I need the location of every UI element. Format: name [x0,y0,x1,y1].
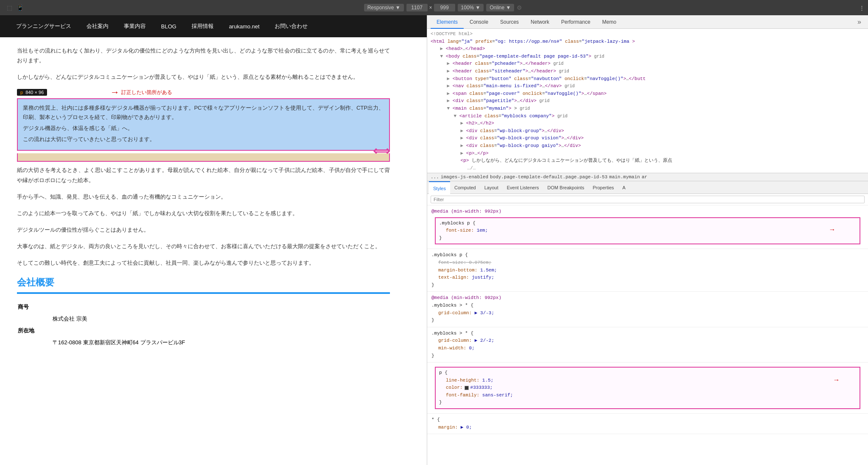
html-line-doctype: <!DOCTYPE html> [431,30,865,38]
style-block-media1: @media (min-width: 992px) .myblocks p { … [427,205,868,249]
devtools-bottom-tabs: Styles Computed Layout Event Listeners D… [427,181,868,194]
html-line-html[interactable]: <html lang="ja" prefix="og: https://ogp.… [431,38,865,46]
breadcrumb-ar[interactable]: ar [642,174,647,180]
html-line-wpgroup1[interactable]: ▶ <div class="wp-block-group">…</div> [431,127,865,135]
zoom-dropdown[interactable]: 100% ▼ [458,4,484,11]
more-icon[interactable]: ⋮ [859,5,865,11]
html-line-p-text[interactable]: <p> しかしながら、どんなにデジタルコミュニケーションが普及しても、やはり「紙… [431,157,865,165]
tab-performance[interactable]: Performance [555,15,596,29]
html-line-main[interactable]: ▼ <main class="mymain"> > grid [431,105,865,113]
tab-layout[interactable]: Layout [480,181,503,194]
paragraph-6: デジタルツールの優位性が揺らぐことはありません。 [17,225,390,235]
main-area: プランニングサービス 会社案内 事業内容 BLOG 採用情報 arukamo.n… [0,15,868,465]
width-input[interactable] [406,4,428,11]
toolbar-left-icons: ⬚ 📱 [3,4,27,11]
filter-input[interactable] [431,196,865,203]
height-input[interactable] [434,4,455,11]
style-block-media2: @media (min-width: 992px) .myblocks > * … [427,292,868,327]
bidir-arrow: ⟺ [373,144,390,158]
settings-icon[interactable]: ⚙ [517,4,522,11]
filter-bar [427,194,868,205]
nav-item-recruitment[interactable]: 採用情報 [184,22,221,30]
tab-accessibility[interactable]: A [618,181,630,194]
tab-properties[interactable]: Properties [588,181,618,194]
tab-memory[interactable]: Memo [596,15,622,29]
tab-sources[interactable]: Sources [494,15,525,29]
html-tree: <!DOCTYPE html> <html lang="ja" prefix="… [427,29,868,173]
paragraph-8: そしてこの難しい時代を、創意工夫によって社会に貢献し、社員一同、楽しみながら進ん… [17,258,390,268]
element-tag-label: p [20,90,23,95]
selected-block-bottom [17,153,390,162]
html-line-p1[interactable]: ▶ <p>…</p> [431,150,865,158]
nav-item-contact[interactable]: お問い合わせ [267,22,315,30]
nav-item-arukamo[interactable]: arukamo.net [221,23,267,30]
element-tooltip-container: p 840 × 96 → 訂正したい箇所がある [17,89,390,96]
nav-item-company[interactable]: 会社案内 [79,22,116,30]
tab-event-listeners[interactable]: Event Listeners [503,181,543,194]
html-line-head[interactable]: ▶ <head>…</head> [431,45,865,53]
site-nav: プランニングサービス 会社案内 事業内容 BLOG 採用情報 arukamo.n… [0,15,427,37]
breadcrumb-body[interactable]: body.page-template-default.page.page-id-… [490,174,607,180]
label-company-name: 商号 [18,302,52,313]
devtools-panel: Elements Console Sources Network Perform… [427,15,868,465]
selected-para-text2: デジタル機器から、体温を感じる「紙」へ。 [23,124,384,133]
tab-elements[interactable]: Elements [431,15,464,29]
inspect-icon[interactable]: ⬚ [7,4,12,11]
device-toggle-icon[interactable]: 📱 [17,4,24,11]
style-block-myblocks-p: .myblocks p { font-size: 0.875em; margin… [427,249,868,292]
times-symbol: × [429,5,432,11]
breadcrumb-bar: ... images-js-enabled body.page-template… [427,173,868,181]
html-line-article[interactable]: ▼ <article class="myblocks company"> gri… [431,113,865,120]
tab-network[interactable]: Network [525,15,555,29]
company-row-name-value: 株式会社 宗美 [18,313,389,324]
html-line-button[interactable]: ▶ <button type="button" class="navbutton… [431,75,865,83]
bidir-arrow-container: ⟺ [373,144,390,158]
html-line-wpgroup2[interactable]: ▶ <div class="wp-block-group vision">…</… [431,135,865,142]
page-content: 当社もその流れにもれなく加わり、デジタル化の優位性にどのような方向性を見い出し、… [0,37,407,357]
arrow-right-icon: → [110,87,120,98]
html-line-dots: …/… [431,165,865,172]
color-swatch [465,386,469,390]
breadcrumb-ellipsis[interactable]: ... [431,174,439,180]
tab-computed[interactable]: Computed [450,181,480,194]
html-line-siteheader[interactable]: ▶ <header class="siteheader">…</header> … [431,68,865,75]
html-line-nav[interactable]: ▶ <nav class="main-menu is-fixed">…</nav… [431,83,865,90]
company-row-name: 商号 [18,302,389,313]
html-line-pagetitle[interactable]: ▶ <div class="pagetitle">…</div> grid [431,97,865,105]
html-line-wpgroup3[interactable]: ▶ <div class="wp-block-group gaiyo">…</d… [431,142,865,150]
tabs-more-icon[interactable]: » [854,18,865,26]
selected-para-text3: この流れは大切に守っていきたいと思っております。 [23,135,384,144]
devtools-top-tabs: Elements Console Sources Network Perform… [427,15,868,29]
paragraph-3: 紙の大切さを考えるとき、よく思い起こすことがあります。母親が読んでくれた絵本、自… [17,165,390,185]
element-dims: 840 × 96 [25,90,44,95]
dimensions-control: × [406,4,455,11]
nav-item-blog[interactable]: BLOG [153,23,184,30]
responsive-dropdown[interactable]: Responsive ▼ [364,4,404,11]
tab-styles[interactable]: Styles [429,181,450,194]
html-line-span[interactable]: ▶ <span class="page-cover" onclick="navT… [431,90,865,98]
style-block-myblocks-star: .myblocks > * { grid-column: ▶ 2/-2; min… [427,327,868,363]
style-block-p-highlighted: p { line-height: 1.5; color: #333333; fo… [435,367,860,409]
company-row-address-value: 〒162-0808 東京都新宿区天神町64 プラスパービル3F [18,337,389,348]
breadcrumb-main[interactable]: main.mymain [609,174,640,180]
style-block-p: p { line-height: 1.5; color: #333333; fo… [427,363,868,414]
toolbar-right: ⋮ [859,5,865,11]
online-dropdown[interactable]: Online ▼ [486,4,514,11]
company-heading: 会社概要 [17,276,390,289]
table-row [53,302,389,313]
nav-item-planning[interactable]: プランニングサービス [8,22,79,30]
annotation-container: → 訂正したい箇所がある [110,87,172,98]
devtools-toolbar: ⬚ 📱 Responsive ▼ × 100% ▼ Online ▼ ⚙ ⋮ [0,0,868,15]
annotation-red-text: 訂正したい箇所がある [121,89,172,96]
table-row [18,313,52,324]
html-line-body[interactable]: ▼ <body class="page-template-default pag… [431,53,865,61]
html-line-pcheader[interactable]: ▶ <header class="pcheader">…</header> gr… [431,60,865,68]
html-line-h2a[interactable]: ▶ <h2>…</h2> [431,120,865,127]
label-company-address: 所在地 [18,325,52,336]
nav-item-services[interactable]: 事業内容 [116,22,153,30]
toolbar-center: Responsive ▼ × 100% ▼ Online ▼ ⚙ [31,4,856,11]
tab-dom-breakpoints[interactable]: DOM Breakpoints [543,181,589,194]
breadcrumb-images[interactable]: images-js-enabled [441,174,488,180]
paragraph-7: 大事なのは、紙とデジタル、両方の良いところを見いだし、その時々に合わせて、お客様… [17,241,390,251]
tab-console[interactable]: Console [464,15,494,29]
